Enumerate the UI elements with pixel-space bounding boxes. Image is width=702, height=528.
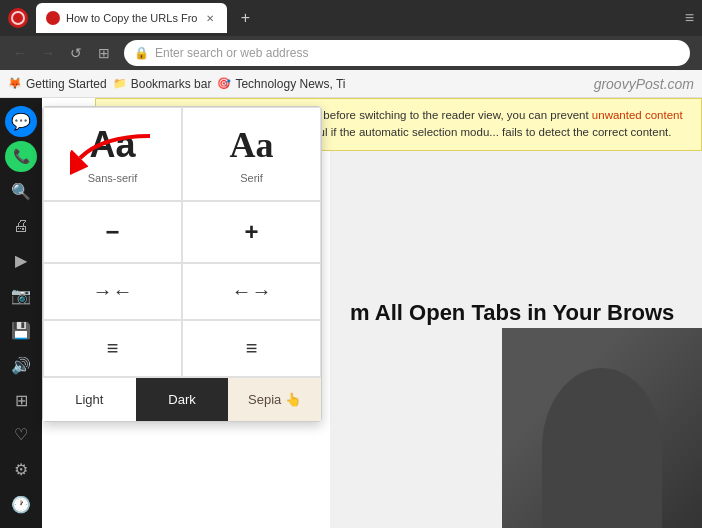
active-tab[interactable]: How to Copy the URLs Fro ✕ [36,3,227,33]
spacing-wide-button[interactable]: ←→ [182,263,321,320]
sidebar-messenger-icon[interactable]: 💬 [5,106,37,137]
new-tab-button[interactable]: + [231,4,259,32]
narrow-spacing-icon: →← [93,280,133,303]
back-button[interactable]: ← [8,41,32,65]
bookmark-label: Getting Started [26,77,107,91]
address-placeholder: Enter search or web address [155,46,680,60]
theme-light-button[interactable]: Light [43,378,136,421]
lock-icon: 🔒 [134,46,149,60]
sidebar-camera-icon[interactable]: 📷 [5,280,37,311]
tech-icon: 🎯 [217,77,231,90]
sidebar-whatsapp-icon[interactable]: 📞 [5,141,37,172]
wide-spacing-icon: ←→ [232,280,272,303]
sans-serif-option[interactable]: Aa Sans-serif [43,107,182,201]
forward-button[interactable]: → [36,41,60,65]
theme-bar: Light Dark Sepia 👆 [43,377,321,421]
sidebar-send-icon[interactable]: ▶ [5,245,37,276]
reader-settings-panel: Aa Sans-serif Aa Serif − + →← ←→ [42,106,322,422]
folder-icon: 📁 [113,77,127,90]
sidebar-print-icon[interactable]: 🖨 [5,210,37,241]
page-content: m All Open Tabs in Your Brows [330,98,702,528]
bookmarks-bar: 🦊 Getting Started 📁 Bookmarks bar 🎯 Tech… [0,70,702,98]
page-heading: m All Open Tabs in Your Brows [350,299,682,328]
bookmark-tech-news[interactable]: 🎯 Technology News, Ti [217,77,345,91]
serif-preview: Aa [230,124,274,166]
bookmark-getting-started[interactable]: 🦊 Getting Started [8,77,107,91]
plus-icon: + [244,218,258,246]
address-bar[interactable]: 🔒 Enter search or web address [124,40,690,66]
theme-sepia-button[interactable]: Sepia 👆 [228,378,321,421]
tab-title: How to Copy the URLs Fro [66,12,197,24]
main-area: 💬 📞 🔍 🖨 ▶ 📷 💾 🔊 ⊞ ♡ ⚙ 🕐 Aa Sans-serif Aa… [0,98,702,528]
menu-icon[interactable]: ≡ [685,9,694,27]
theme-sepia-label: Sepia [248,392,281,407]
sidebar-favorites-icon[interactable]: ♡ [5,419,37,450]
sans-serif-preview: Aa [89,124,135,166]
font-decrease-button[interactable]: − [43,201,182,263]
bookmark-bookmarks-bar[interactable]: 📁 Bookmarks bar [113,77,212,91]
align-right-button[interactable]: ≡ [182,320,321,377]
sidebar-settings-icon[interactable]: ⚙ [5,454,37,485]
align-left-icon: ≡ [107,337,119,360]
tab-favicon [46,11,60,25]
refresh-button[interactable]: ↺ [64,41,88,65]
sidebar-clock-icon[interactable]: 🕐 [5,489,37,520]
opera-logo [8,8,28,28]
font-increase-button[interactable]: + [182,201,321,263]
sidebar-search-icon[interactable]: 🔍 [5,176,37,207]
align-left-button[interactable]: ≡ [43,320,182,377]
person-image [502,328,702,528]
title-bar: How to Copy the URLs Fro ✕ + ≡ [0,0,702,36]
serif-option[interactable]: Aa Serif [182,107,321,201]
font-options-grid: Aa Sans-serif Aa Serif − + →← ←→ [43,107,321,377]
minus-icon: − [105,218,119,246]
browser-chrome: How to Copy the URLs Fro ✕ + ≡ ← → ↺ ⊞ 🔒… [0,0,702,98]
firefox-icon: 🦊 [8,77,22,90]
spacing-narrow-button[interactable]: →← [43,263,182,320]
cursor-hand-icon: 👆 [285,392,301,407]
grid-button[interactable]: ⊞ [92,41,116,65]
opera-sidebar: 💬 📞 🔍 🖨 ▶ 📷 💾 🔊 ⊞ ♡ ⚙ 🕐 [0,98,42,528]
align-right-icon: ≡ [246,337,258,360]
sans-serif-label: Sans-serif [88,172,138,184]
sidebar-audio-icon[interactable]: 🔊 [5,350,37,381]
article-image [502,328,702,528]
sidebar-grid-icon[interactable]: ⊞ [5,385,37,416]
nav-bar: ← → ↺ ⊞ 🔒 Enter search or web address [0,36,702,70]
bookmark-label: Technology News, Ti [235,77,345,91]
serif-label: Serif [240,172,263,184]
bookmark-label: Bookmarks bar [131,77,212,91]
tab-close-button[interactable]: ✕ [203,11,217,25]
groovy-post-logo: groovyPost.com [594,76,694,92]
theme-dark-button[interactable]: Dark [136,378,229,421]
sidebar-save-icon[interactable]: 💾 [5,315,37,346]
